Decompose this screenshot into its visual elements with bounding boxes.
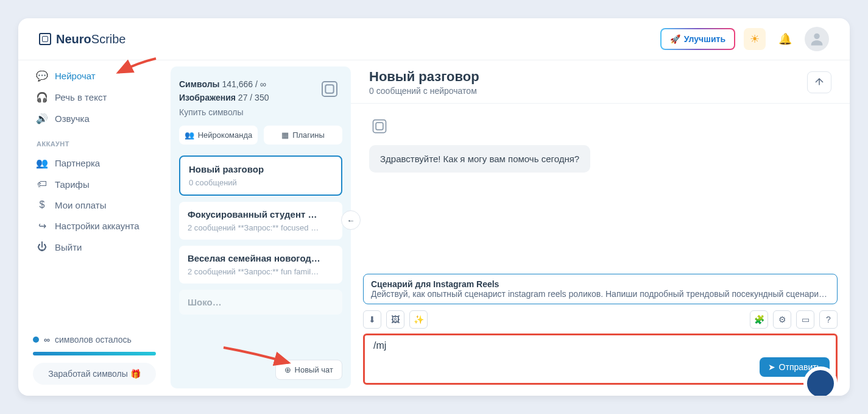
sidebar-item-voiceover[interactable]: 🔊 Озвучка [33, 108, 156, 129]
sidebar-item-label: Партнерка [55, 158, 100, 168]
upgrade-label: Улучшить [684, 34, 725, 44]
theme-toggle[interactable]: ☀ [744, 28, 766, 50]
user-icon [808, 30, 825, 48]
sidebar-item-label: Тарифы [55, 179, 90, 190]
sidebar-item-neurochat[interactable]: 💬 Нейрочат [33, 65, 156, 87]
download-button[interactable]: ⬇ [363, 310, 381, 329]
logo-icon [39, 33, 51, 45]
sidebar-item-label: Мои оплаты [55, 200, 106, 210]
conversation-item[interactable]: Новый разговор 0 сообщений [179, 155, 342, 196]
sidebar-item-logout[interactable]: ⏻ Выйти [33, 237, 156, 257]
extension-button[interactable]: 🧩 [750, 310, 768, 329]
buy-symbols-link[interactable]: Купить символы [179, 107, 342, 117]
app-window: NeuroScribe 🚀 Улучшить ☀ 🔔 💬 Нейрочат 🎧 … [18, 18, 850, 396]
symbols-remaining: ∞ символов осталось [33, 331, 156, 348]
notifications-button[interactable]: 🔔 [774, 28, 796, 50]
settings-button[interactable]: ⚙ [773, 310, 791, 329]
sidebar-item-plans[interactable]: 🏷 Тарифы [33, 174, 156, 195]
input-area: Сценарий для Instagram Reels Действуй, к… [351, 274, 850, 396]
sidebar-item-label: Выйти [55, 242, 82, 252]
symbols-left-label: символов осталось [55, 335, 132, 344]
conversation-title: Новый разговор [189, 164, 333, 174]
team-chip[interactable]: 👥Нейрокоманда [179, 126, 258, 145]
symbols-label: Символы [179, 79, 220, 89]
sidebar-item-label: Нейрочат [55, 71, 96, 81]
rocket-icon: 🚀 [670, 34, 680, 44]
conversation-subtitle: 2 сообщений **Запрос:** focused … [188, 223, 334, 232]
avatar[interactable] [805, 27, 829, 51]
magic-button[interactable]: ✨ [409, 310, 428, 329]
team-chip-label: Нейрокоманда [198, 130, 253, 140]
chat-icon: 💬 [37, 70, 48, 82]
upgrade-button[interactable]: 🚀 Улучшить [660, 28, 735, 50]
assistant-avatar-icon [369, 116, 390, 137]
power-icon: ⏻ [37, 241, 48, 252]
tag-icon: 🏷 [37, 179, 48, 190]
collapse-panel-button[interactable]: ← [341, 210, 361, 230]
sidebar-item-label: Речь в текст [55, 92, 107, 102]
chat-main: ← Новый разговор 0 сообщений с нейрочато… [351, 60, 850, 396]
new-chat-button[interactable]: ⊕ Новый чат [275, 360, 342, 380]
image-icon: 🖼 [391, 315, 400, 324]
symbols-progress-bar [33, 352, 156, 355]
images-value: 27 / 350 [238, 93, 269, 102]
prompt-title: Сценарий для Instagram Reels [371, 279, 830, 289]
plus-circle-icon: ⊕ [284, 365, 291, 374]
earn-symbols-button[interactable]: Заработай символы 🎁 [33, 363, 156, 385]
sidebar: 💬 Нейрочат 🎧 Речь в текст 🔊 Озвучка АККА… [18, 60, 171, 396]
arrow-left-icon: ← [347, 216, 355, 225]
conversation-item[interactable]: Фокусированный студент … 2 сообщений **З… [179, 202, 342, 240]
active-prompt-card[interactable]: Сценарий для Instagram Reels Действуй, к… [363, 274, 838, 304]
infinity-value: ∞ [44, 335, 50, 344]
plugins-chip[interactable]: ▦Плагины [264, 126, 342, 145]
logo-brand: Neuro [56, 32, 91, 46]
send-icon: ➤ [768, 362, 775, 372]
svg-rect-3 [373, 120, 386, 133]
status-dot-icon [33, 337, 39, 343]
dollar-icon: $ [37, 199, 48, 210]
share-button[interactable] [807, 71, 831, 93]
sidebar-item-affiliate[interactable]: 👥 Партнерка [33, 152, 156, 174]
puzzle-icon: 🧩 [754, 315, 764, 324]
header: NeuroScribe 🚀 Улучшить ☀ 🔔 [18, 18, 850, 60]
sidebar-item-speech-to-text[interactable]: 🎧 Речь в текст [33, 87, 156, 108]
headphones-icon: 🎧 [37, 91, 48, 103]
earn-label: Заработай символы 🎁 [48, 369, 140, 379]
share-icon [814, 77, 825, 88]
help-button[interactable]: ? [819, 310, 838, 329]
bell-icon: 🔔 [778, 32, 792, 46]
question-icon: ? [826, 315, 831, 324]
sidebar-item-label: Настройки аккаунта [55, 221, 139, 231]
chat-title: Новый разговор [369, 69, 479, 85]
sidebar-item-payments[interactable]: $ Мои оплаты [33, 195, 156, 215]
prompt-body: Действуй, как опытный сценарист instagra… [371, 289, 830, 299]
speaker-icon: 🔊 [37, 113, 48, 124]
chat-body: Здравствуйте! Как я могу вам помочь сего… [351, 104, 850, 274]
svg-rect-4 [376, 123, 383, 130]
logo-suffix: Scribe [91, 32, 126, 46]
sidebar-item-label: Озвучка [55, 113, 90, 124]
gear-icon: ⚙ [778, 315, 786, 324]
conversation-subtitle: 2 сообщений **Запрос:** fun famil… [188, 267, 334, 276]
svg-point-0 [814, 34, 819, 39]
plugins-chip-label: Плагины [292, 130, 325, 140]
layout-button[interactable]: ▭ [796, 310, 814, 329]
conversation-title: Фокусированный студент … [188, 209, 334, 219]
conversation-item[interactable]: Шоко… [179, 290, 342, 315]
new-chat-label: Новый чат [295, 365, 333, 374]
floating-widget[interactable] [803, 366, 838, 396]
sidebar-item-account-settings[interactable]: ↪ Настройки аккаунта [33, 215, 156, 237]
account-section-label: АККАУНТ [33, 129, 156, 152]
greeting-message: Здравствуйте! Как я могу вам помочь сего… [369, 145, 590, 173]
image-button[interactable]: 🖼 [386, 310, 404, 329]
model-icon[interactable] [318, 77, 341, 101]
symbols-value: 141,666 / ∞ [222, 79, 266, 89]
header-actions: 🚀 Улучшить ☀ 🔔 [660, 27, 829, 51]
body: 💬 Нейрочат 🎧 Речь в текст 🔊 Озвучка АККА… [18, 60, 850, 396]
team-icon: 👥 [185, 130, 194, 140]
logout-icon: ↪ [37, 220, 48, 232]
conversation-item[interactable]: Веселая семейная новогод… 2 сообщений **… [179, 246, 342, 284]
logo[interactable]: NeuroScribe [39, 32, 126, 46]
input-toolbar: ⬇ 🖼 ✨ 🧩 ⚙ ▭ ? [363, 310, 838, 329]
svg-rect-2 [325, 85, 333, 93]
